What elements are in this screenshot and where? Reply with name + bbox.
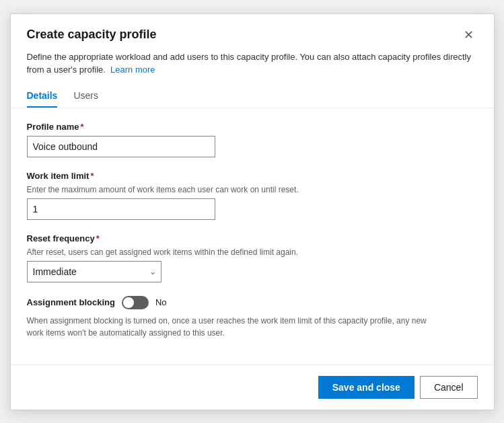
profile-name-label: Profile name*: [27, 122, 478, 132]
work-item-limit-hint: Enter the maximum amount of work items e…: [27, 185, 478, 194]
toggle-slider: [122, 296, 149, 309]
assignment-blocking-group: Assignment blocking No When assignment b…: [27, 296, 478, 339]
modal-description: Define the appropriate workload and add …: [11, 50, 494, 85]
required-star-limit: *: [90, 171, 94, 181]
work-item-limit-label: Work item limit*: [27, 171, 478, 181]
assignment-blocking-description: When assignment blocking is turned on, o…: [27, 315, 431, 339]
assignment-blocking-label: Assignment blocking: [27, 297, 115, 307]
required-star-freq: *: [96, 233, 100, 243]
modal-title: Create capacity profile: [27, 28, 157, 42]
profile-name-input[interactable]: [27, 136, 215, 157]
reset-frequency-select[interactable]: Immediate Daily Weekly: [27, 261, 161, 282]
assignment-blocking-row: Assignment blocking No: [27, 296, 478, 309]
tab-users[interactable]: Users: [73, 85, 98, 108]
reset-frequency-label: Reset frequency*: [27, 233, 478, 243]
description-text: Define the appropriate workload and add …: [27, 52, 472, 75]
reset-frequency-select-wrapper: Immediate Daily Weekly ⌄: [27, 261, 161, 282]
modal-footer: Save and close Cancel: [11, 364, 494, 410]
save-and-close-button[interactable]: Save and close: [318, 376, 415, 399]
close-icon: ✕: [464, 28, 474, 42]
learn-more-link[interactable]: Learn more: [110, 65, 155, 75]
required-star-name: *: [81, 122, 84, 132]
reset-frequency-group: Reset frequency* After reset, users can …: [27, 233, 478, 282]
toggle-status-label: No: [155, 297, 167, 307]
assignment-blocking-toggle[interactable]: [122, 296, 149, 309]
close-button[interactable]: ✕: [460, 28, 478, 42]
work-item-limit-input[interactable]: [27, 198, 215, 220]
cancel-button[interactable]: Cancel: [420, 376, 478, 399]
reset-frequency-hint: After reset, users can get assigned work…: [27, 247, 478, 257]
tab-bar: Details Users: [11, 85, 494, 108]
modal-body: Profile name* Work item limit* Enter the…: [11, 108, 494, 364]
create-capacity-profile-modal: Create capacity profile ✕ Define the app…: [10, 13, 495, 410]
tab-details[interactable]: Details: [27, 85, 58, 108]
profile-name-group: Profile name*: [27, 122, 478, 157]
work-item-limit-group: Work item limit* Enter the maximum amoun…: [27, 171, 478, 220]
modal-header: Create capacity profile ✕: [11, 14, 494, 50]
